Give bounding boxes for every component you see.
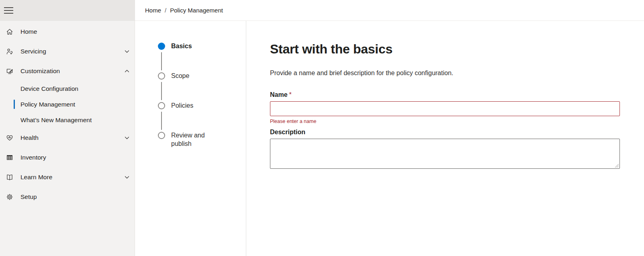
chevron-down-icon (124, 174, 130, 180)
home-icon (6, 28, 14, 36)
step-dot-icon (158, 102, 165, 109)
wizard-step-basics[interactable]: Basics (158, 43, 246, 50)
description-field-label: Description (270, 129, 620, 136)
health-icon (6, 134, 14, 142)
name-input[interactable] (270, 101, 620, 116)
name-field-label: Name* (270, 91, 620, 98)
wizard-step-policies[interactable]: Policies (158, 102, 246, 110)
sidebar-item-label: Inventory (20, 154, 46, 161)
sidebar-item-servicing[interactable]: Servicing (0, 41, 135, 61)
step-label: Review and publish (171, 131, 219, 148)
chevron-down-icon (124, 135, 130, 141)
sidebar-subitem-policy-management[interactable]: Policy Management (0, 96, 135, 112)
sidebar-subitem-device-configuration[interactable]: Device Configuration (0, 81, 135, 96)
breadcrumb-home-link[interactable]: Home (145, 7, 161, 14)
sidebar-item-label: Health (20, 134, 39, 141)
step-connector (161, 82, 162, 100)
customization-icon (6, 67, 14, 75)
wizard-step-scope[interactable]: Scope (158, 72, 246, 80)
chevron-down-icon (124, 49, 130, 54)
content-region: Home / Policy Management Basics Scope (135, 0, 644, 256)
step-label: Scope (171, 72, 189, 80)
servicing-icon (6, 47, 14, 55)
inventory-icon (6, 154, 14, 162)
page-subtitle: Provide a name and brief description for… (270, 70, 620, 77)
sidebar-item-learn-more[interactable]: Learn More (0, 167, 135, 187)
sidebar-item-label: Learn More (20, 174, 52, 181)
sidebar-item-label: Home (20, 28, 37, 35)
step-dot-icon (158, 72, 165, 80)
sidebar-item-label: Servicing (20, 48, 46, 55)
chevron-up-icon (124, 68, 130, 74)
sidebar: Home Servicing (0, 0, 135, 256)
sidebar-subitem-whats-new-management[interactable]: What’s New Management (0, 112, 135, 128)
setup-icon (6, 193, 14, 201)
description-textarea[interactable] (270, 139, 620, 169)
hamburger-menu-icon[interactable] (4, 4, 18, 17)
sidebar-item-label: Customization (20, 68, 60, 75)
learn-more-icon (6, 173, 14, 181)
step-connector (161, 52, 162, 70)
step-connector (161, 112, 162, 130)
wizard-step-review-and-publish[interactable]: Review and publish (158, 132, 246, 148)
sidebar-subitem-label: Policy Management (20, 101, 75, 108)
app-window: Home Servicing (0, 0, 644, 256)
sidebar-subitem-label: What’s New Management (20, 117, 92, 124)
sidebar-nav: Home Servicing (0, 21, 135, 207)
sidebar-top-strip (0, 0, 135, 21)
breadcrumb-current: Policy Management (170, 7, 223, 14)
sidebar-subitem-label: Device Configuration (20, 85, 78, 92)
selection-indicator (14, 100, 15, 109)
wizard-steps: Basics Scope Policies Review and publish (135, 21, 246, 256)
required-asterisk: * (289, 91, 292, 98)
step-label: Policies (171, 101, 193, 110)
sidebar-item-health[interactable]: Health (0, 128, 135, 147)
step-dot-active-icon (158, 43, 165, 50)
sidebar-item-home[interactable]: Home (0, 22, 135, 41)
sidebar-item-customization[interactable]: Customization (0, 61, 135, 81)
sidebar-item-setup[interactable]: Setup (0, 187, 135, 207)
sidebar-item-label: Setup (20, 193, 37, 201)
step-dot-icon (158, 132, 165, 139)
sidebar-item-inventory[interactable]: Inventory (0, 147, 135, 167)
breadcrumb: Home / Policy Management (135, 0, 644, 21)
main-panel: Start with the basics Provide a name and… (246, 21, 644, 256)
name-error-message: Please enter a name (270, 119, 620, 124)
step-label: Basics (171, 42, 192, 50)
page-title: Start with the basics (270, 42, 620, 57)
breadcrumb-separator: / (165, 7, 166, 14)
